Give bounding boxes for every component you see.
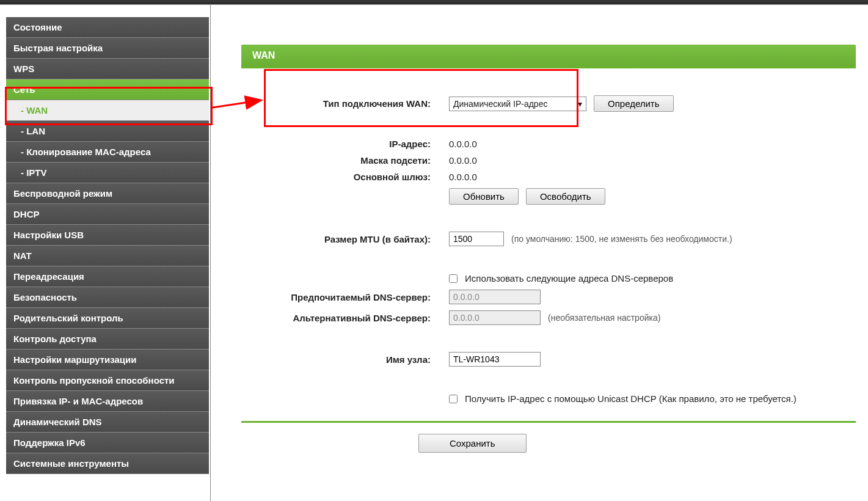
detect-button[interactable]: Определить — [594, 95, 674, 112]
label-mtu: Размер MTU (в байтах): — [241, 234, 449, 244]
sidebar: СостояниеБыстрая настройкаWPSСеть- WAN- … — [0, 5, 211, 501]
content-area: WAN Тип подключения WAN: Динамический IP… — [211, 5, 868, 501]
label-hostname: Имя узла: — [241, 354, 449, 365]
sidebar-item-5[interactable]: - LAN — [6, 121, 209, 142]
hint-mtu: (по умолчанию: 1500, не изменять без нео… — [511, 234, 732, 244]
value-mask: 0.0.0.0 — [449, 155, 477, 166]
unicast-checkbox[interactable] — [449, 395, 458, 403]
sidebar-item-17[interactable]: Контроль пропускной способности — [6, 370, 209, 391]
divider — [241, 421, 856, 423]
sidebar-item-3[interactable]: Сеть — [6, 79, 209, 100]
sidebar-item-16[interactable]: Настройки маршрутизации — [6, 349, 209, 370]
sidebar-item-13[interactable]: Безопасность — [6, 287, 209, 308]
sidebar-item-7[interactable]: - IPTV — [6, 163, 209, 183]
unicast-label: Получить IP-адрес с помощью Unicast DHCP… — [465, 393, 797, 404]
sidebar-item-10[interactable]: Настройки USB — [6, 225, 209, 246]
sidebar-item-9[interactable]: DHCP — [6, 204, 209, 225]
save-button[interactable]: Сохранить — [418, 434, 527, 453]
form-area: Тип подключения WAN: Динамический IP-адр… — [241, 67, 856, 404]
sidebar-item-11[interactable]: NAT — [6, 246, 209, 266]
sidebar-item-0[interactable]: Состояние — [6, 17, 209, 38]
sidebar-item-18[interactable]: Привязка IP- и MAC-адресов — [6, 391, 209, 412]
wan-type-selected: Динамический IP-адрес — [453, 99, 547, 109]
sidebar-item-14[interactable]: Родительский контроль — [6, 308, 209, 329]
mtu-input[interactable] — [449, 232, 504, 246]
hint-dns-alt: (необязательная настройка) — [548, 313, 660, 323]
hostname-input[interactable] — [449, 352, 541, 367]
label-gateway: Основной шлюз: — [241, 172, 449, 182]
value-ip: 0.0.0.0 — [449, 139, 477, 149]
dns-alt-input — [449, 310, 541, 325]
sidebar-item-8[interactable]: Беспроводной режим — [6, 183, 209, 204]
sidebar-item-12[interactable]: Переадресация — [6, 266, 209, 287]
sidebar-item-20[interactable]: Поддержка IPv6 — [6, 433, 209, 453]
sidebar-item-19[interactable]: Динамический DNS — [6, 412, 209, 433]
renew-button[interactable]: Обновить — [449, 188, 519, 205]
label-mask: Маска подсети: — [241, 155, 449, 166]
value-gateway: 0.0.0.0 — [449, 172, 477, 182]
label-ip: IP-адрес: — [241, 139, 449, 149]
sidebar-item-1[interactable]: Быстрая настройка — [6, 38, 209, 59]
label-dns-pref: Предпочитаемый DNS-сервер: — [241, 292, 449, 302]
chevron-down-icon: ▾ — [578, 99, 582, 109]
label-dns-alt: Альтернативный DNS-сервер: — [241, 313, 449, 323]
label-wan-type: Тип подключения WAN: — [241, 98, 449, 109]
wan-type-select[interactable]: Динамический IP-адрес ▾ — [449, 97, 586, 111]
sidebar-item-6[interactable]: - Клонирование MAC-адреса — [6, 142, 209, 163]
use-dns-label: Использовать следующие адреса DNS-сервер… — [465, 273, 673, 283]
page-title: WAN — [241, 45, 856, 67]
use-dns-checkbox[interactable] — [449, 274, 458, 283]
sidebar-item-2[interactable]: WPS — [6, 59, 209, 79]
sidebar-item-4[interactable]: - WAN — [6, 100, 209, 121]
dns-pref-input — [449, 290, 541, 304]
sidebar-item-15[interactable]: Контроль доступа — [6, 329, 209, 349]
release-button[interactable]: Освободить — [526, 188, 605, 205]
sidebar-item-21[interactable]: Системные инструменты — [6, 453, 209, 474]
